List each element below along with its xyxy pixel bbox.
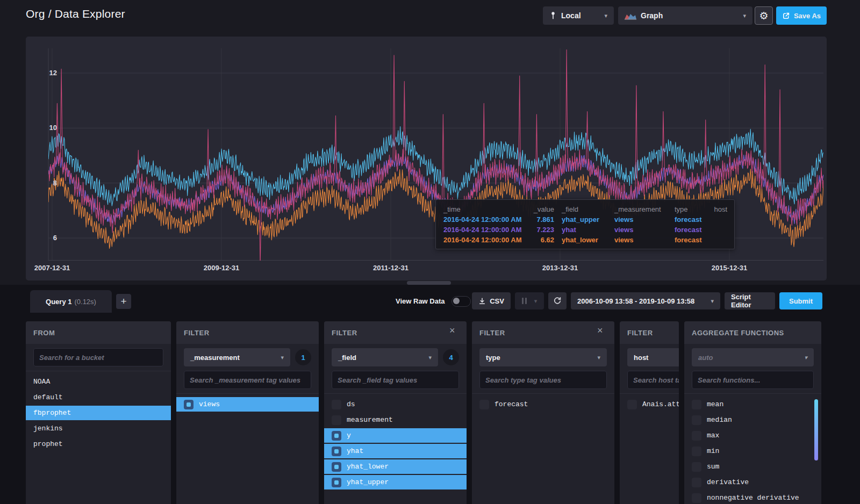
chevron-down-icon: ▾: [597, 354, 600, 361]
script-editor-button[interactable]: Script Editor: [725, 292, 775, 309]
tooltip-cell: forecast: [675, 215, 706, 224]
filter-panel-field: FILTER _field ▾ 4 ds measurement y: [324, 321, 467, 504]
submit-button[interactable]: Submit: [779, 292, 822, 309]
tag-value-row-selected[interactable]: yhat_upper: [324, 475, 467, 489]
function-search-input[interactable]: [692, 371, 814, 389]
tooltip-cell: views: [614, 215, 675, 224]
tooltip-cell: 7.861: [528, 215, 562, 224]
query-tab[interactable]: Query 1 (0.12s): [30, 290, 112, 313]
tag-key-dropdown[interactable]: _measurement ▾: [184, 348, 290, 366]
function-row[interactable]: derivative: [684, 475, 821, 489]
view-raw-data-toggle[interactable]: [452, 296, 471, 307]
function-row[interactable]: sum: [684, 459, 821, 474]
csv-download-button[interactable]: CSV: [472, 292, 511, 309]
tag-value-search-input[interactable]: [332, 371, 459, 389]
tooltip-cell: [706, 226, 727, 234]
pause-button[interactable]: ▾: [515, 292, 544, 309]
close-icon[interactable]: ×: [597, 325, 603, 336]
tag-value-search-input[interactable]: [479, 371, 607, 389]
window-period-dropdown[interactable]: auto ▾: [692, 348, 814, 366]
checkbox-checked-icon: [332, 462, 341, 472]
visualization-dropdown[interactable]: Graph ▾: [618, 6, 752, 25]
function-row[interactable]: max: [684, 428, 821, 443]
tag-key-dropdown[interactable]: type ▾: [479, 348, 607, 366]
bucket-row-selected[interactable]: fbprophet: [26, 406, 171, 420]
y-axis-tick: 8: [42, 179, 57, 187]
checkbox-checked-icon: [184, 400, 194, 409]
tooltip-col-type: type: [675, 205, 706, 214]
settings-button[interactable]: ⚙: [755, 6, 773, 25]
filter-panel-title: FILTER: [324, 321, 467, 344]
from-panel: FROM NOAA default fbprophet jenkins prop…: [26, 321, 171, 504]
toggle-knob: [453, 298, 460, 304]
scrollbar-thumb[interactable]: [814, 399, 818, 460]
panel-resize-handle[interactable]: [407, 281, 451, 285]
checkbox-icon: [692, 462, 701, 472]
tooltip-col-measurement: _measurement: [614, 205, 675, 214]
selected-count-badge: 1: [295, 349, 311, 365]
function-list: mean median max min sum derivative: [684, 393, 821, 504]
filter-panel-host: FILTER host ▾ Anais.att: [620, 321, 679, 504]
chevron-down-icon: ▾: [804, 354, 807, 361]
tag-value-row[interactable]: forecast: [472, 397, 614, 412]
tag-value-list: views: [176, 393, 319, 412]
function-row[interactable]: mean: [684, 397, 821, 412]
close-icon[interactable]: ×: [449, 325, 455, 336]
filter-panel-title: FILTER: [620, 321, 679, 344]
checkbox-checked-icon: [332, 478, 341, 487]
save-as-button[interactable]: Save As: [776, 6, 827, 25]
x-axis-tick: 2011-12-31: [366, 264, 415, 272]
save-as-label: Save As: [794, 12, 821, 20]
function-row[interactable]: min: [684, 444, 821, 458]
function-row[interactable]: nonnegative derivative: [684, 491, 821, 504]
tag-value-search-input[interactable]: [627, 371, 679, 389]
bucket-row[interactable]: prophet: [26, 437, 171, 451]
tag-value-list: forecast: [472, 393, 614, 412]
tag-value-row-selected[interactable]: y: [324, 428, 467, 443]
pin-icon: [549, 11, 557, 20]
bucket-search-input[interactable]: [33, 348, 163, 366]
bucket-row[interactable]: NOAA: [26, 375, 171, 389]
chart-panel[interactable]: 12 10 8 6 2007-12-31 2009-12-31 2011-12-…: [26, 37, 827, 280]
time-range-label: 2006-10-09 13:58 - 2019-10-09 13:58: [577, 297, 694, 305]
y-axis-tick: 10: [42, 124, 57, 132]
time-range-dropdown[interactable]: 2006-10-09 13:58 - 2019-10-09 13:58 ▾: [571, 292, 720, 309]
y-axis-tick: 12: [42, 69, 57, 77]
chevron-down-icon: ▾: [534, 298, 538, 305]
checkbox-icon: [692, 447, 701, 456]
checkbox-icon: [692, 400, 701, 409]
function-row[interactable]: median: [684, 413, 821, 427]
tag-value-row[interactable]: Anais.att: [620, 397, 679, 412]
tag-key-dropdown[interactable]: _field ▾: [332, 348, 438, 366]
tooltip-cell: 6.62: [528, 236, 562, 244]
tooltip-col-value: _value: [528, 205, 562, 214]
page-title: Org / Data Explorer: [26, 8, 125, 20]
tag-value-row-selected[interactable]: yhat_lower: [324, 459, 467, 474]
filter-panel-title: FILTER: [176, 321, 319, 344]
tag-key-dropdown[interactable]: host ▾: [627, 348, 679, 366]
refresh-button[interactable]: [548, 292, 567, 309]
tooltip-cell: yhat: [562, 226, 614, 234]
bucket-row[interactable]: default: [26, 390, 171, 405]
tag-value-row[interactable]: ds: [324, 397, 467, 412]
tooltip-cell: [706, 236, 727, 244]
pause-icon: [522, 298, 527, 304]
checkbox-icon: [627, 400, 637, 409]
tooltip-cell: [706, 215, 727, 224]
submit-label: Submit: [789, 297, 813, 305]
bucket-row[interactable]: jenkins: [26, 421, 171, 436]
tag-value-row-selected[interactable]: yhat: [324, 444, 467, 458]
tooltip-col-host: host: [706, 205, 727, 214]
tooltip-cell: views: [614, 236, 675, 244]
source-dropdown[interactable]: Local ▾: [543, 6, 614, 25]
y-axis-tick: 6: [42, 234, 57, 242]
x-axis-tick: 2009-12-31: [197, 264, 246, 272]
tag-value-row[interactable]: measurement: [324, 413, 467, 427]
tag-value-row-selected[interactable]: views: [176, 397, 319, 412]
chevron-down-icon: ▾: [604, 12, 607, 19]
tooltip-cell: views: [614, 226, 675, 234]
add-query-button[interactable]: +: [116, 294, 131, 309]
checkbox-icon: [479, 400, 489, 409]
filter-panel-measurement: FILTER _measurement ▾ 1 views: [176, 321, 319, 504]
tag-value-search-input[interactable]: [184, 371, 311, 389]
